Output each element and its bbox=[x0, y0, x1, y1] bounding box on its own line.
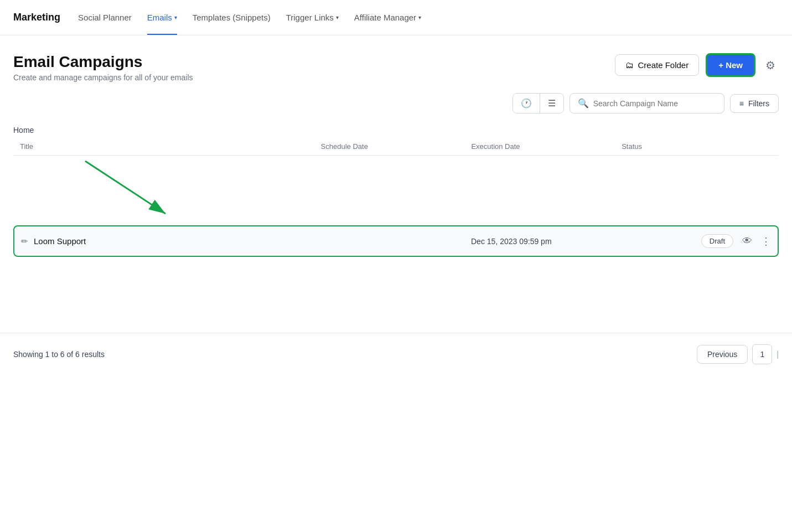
view-toggle: 🕐 ☰ bbox=[513, 93, 564, 113]
clock-view-button[interactable]: 🕐 bbox=[513, 94, 540, 113]
green-arrow-icon bbox=[80, 156, 190, 222]
svg-line-1 bbox=[85, 161, 165, 214]
col-schedule-date: Schedule Date bbox=[321, 142, 472, 151]
toolbar: 🕐 ☰ 🔍 ≡ Filters bbox=[0, 93, 792, 122]
filter-icon: ≡ bbox=[739, 99, 744, 108]
breadcrumb: Home bbox=[0, 122, 792, 138]
page-header: Email Campaigns Create and manage campai… bbox=[0, 35, 792, 93]
arrow-annotation bbox=[13, 156, 779, 222]
list-view-button[interactable]: ☰ bbox=[540, 94, 563, 113]
page-footer: Showing 1 to 6 of 6 results Previous 1 | bbox=[0, 333, 792, 375]
eye-icon[interactable]: 👁 bbox=[742, 235, 752, 247]
campaign-title: Loom Support bbox=[34, 236, 86, 246]
top-nav: Marketing Social Planner Emails ▾ Templa… bbox=[0, 0, 792, 35]
clock-icon: 🕐 bbox=[521, 98, 532, 109]
nav-item-trigger-links[interactable]: Trigger Links ▾ bbox=[286, 0, 339, 35]
page-dots: | bbox=[777, 350, 779, 359]
table-body: ✏ Loom Support Dec 15, 2023 09:59 pm Dra… bbox=[13, 156, 779, 322]
emails-chevron-icon: ▾ bbox=[174, 14, 177, 20]
settings-button[interactable]: ⚙ bbox=[762, 55, 779, 75]
search-input[interactable] bbox=[593, 99, 716, 108]
campaign-execution-date: Dec 15, 2023 09:59 pm bbox=[471, 237, 621, 246]
nav-items: Social Planner Emails ▾ Templates (Snipp… bbox=[78, 0, 421, 35]
table-wrap: Title Schedule Date Execution Date Statu… bbox=[0, 138, 792, 322]
col-execution-date: Execution Date bbox=[471, 142, 622, 151]
affiliate-manager-chevron-icon: ▾ bbox=[418, 14, 421, 20]
new-button[interactable]: + New bbox=[706, 53, 755, 77]
page-subtitle: Create and manage campaigns for all of y… bbox=[13, 73, 193, 82]
filters-button[interactable]: ≡ Filters bbox=[730, 94, 779, 113]
nav-item-templates[interactable]: Templates (Snippets) bbox=[193, 0, 271, 35]
edit-icon[interactable]: ✏ bbox=[21, 236, 28, 246]
brand-logo: Marketing bbox=[13, 12, 60, 23]
col-status: Status bbox=[622, 142, 772, 151]
nav-item-social-planner[interactable]: Social Planner bbox=[78, 0, 132, 35]
campaign-status-cell: Draft 👁 ⋮ bbox=[621, 234, 771, 248]
table-row: ✏ Loom Support Dec 15, 2023 09:59 pm Dra… bbox=[13, 225, 779, 257]
search-box[interactable]: 🔍 bbox=[570, 93, 724, 113]
nav-item-affiliate-manager[interactable]: Affiliate Manager ▾ bbox=[354, 0, 421, 35]
page-number-1[interactable]: 1 bbox=[752, 344, 772, 364]
list-icon: ☰ bbox=[548, 98, 556, 109]
nav-item-emails[interactable]: Emails ▾ bbox=[147, 0, 177, 35]
search-icon: 🔍 bbox=[578, 98, 589, 109]
header-actions: 🗂 Create Folder + New ⚙ bbox=[615, 53, 779, 77]
results-count: Showing 1 to 6 of 6 results bbox=[13, 350, 105, 359]
create-folder-button[interactable]: 🗂 Create Folder bbox=[615, 54, 700, 76]
trigger-links-chevron-icon: ▾ bbox=[336, 14, 339, 20]
status-badge: Draft bbox=[701, 234, 733, 248]
pagination: Previous 1 | bbox=[697, 344, 779, 364]
previous-button[interactable]: Previous bbox=[697, 345, 748, 364]
gear-icon: ⚙ bbox=[765, 59, 775, 71]
campaign-title-cell: ✏ Loom Support bbox=[21, 236, 321, 246]
page-title: Email Campaigns bbox=[13, 53, 193, 71]
table-header: Title Schedule Date Execution Date Statu… bbox=[13, 138, 779, 156]
folder-icon: 🗂 bbox=[625, 60, 634, 70]
page-title-block: Email Campaigns Create and manage campai… bbox=[13, 53, 193, 82]
more-options-icon[interactable]: ⋮ bbox=[761, 235, 771, 247]
col-title: Title bbox=[20, 142, 321, 151]
